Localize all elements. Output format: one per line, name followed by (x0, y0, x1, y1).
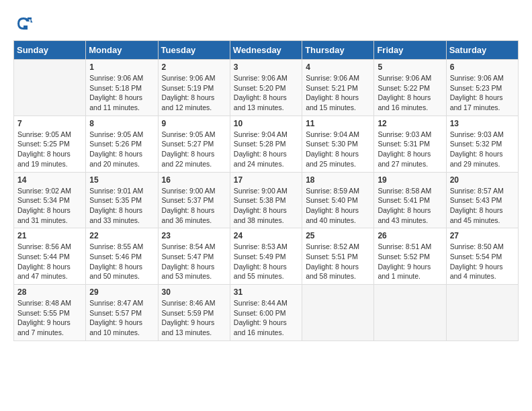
day-number: 1 (89, 62, 154, 72)
calendar-cell: 23Sunrise: 8:54 AMSunset: 5:47 PMDayligh… (158, 228, 230, 285)
day-detail: Sunrise: 8:50 AMSunset: 5:54 PMDaylight:… (450, 242, 515, 281)
calendar-cell: 24Sunrise: 8:53 AMSunset: 5:49 PMDayligh… (230, 228, 302, 285)
day-number: 18 (306, 175, 370, 185)
day-number: 5 (378, 62, 442, 72)
day-detail: Sunrise: 9:06 AMSunset: 5:23 PMDaylight:… (450, 73, 515, 113)
day-detail: Sunrise: 8:59 AMSunset: 5:40 PMDaylight:… (306, 186, 370, 226)
calendar-cell: 26Sunrise: 8:51 AMSunset: 5:52 PMDayligh… (374, 228, 446, 285)
day-number: 8 (89, 119, 154, 128)
calendar-cell: 29Sunrise: 8:47 AMSunset: 5:57 PMDayligh… (86, 285, 158, 341)
page-header (13, 13, 519, 34)
calendar-table: SundayMondayTuesdayWednesdayThursdayFrid… (13, 40, 519, 341)
day-detail: Sunrise: 9:03 AMSunset: 5:32 PMDaylight:… (450, 130, 515, 169)
day-detail: Sunrise: 8:47 AMSunset: 5:57 PMDaylight:… (89, 298, 154, 338)
calendar-cell: 27Sunrise: 8:50 AMSunset: 5:54 PMDayligh… (446, 228, 518, 285)
day-number: 24 (234, 231, 298, 240)
day-detail: Sunrise: 9:06 AMSunset: 5:20 PMDaylight:… (234, 73, 298, 113)
calendar-cell: 25Sunrise: 8:52 AMSunset: 5:51 PMDayligh… (302, 228, 374, 285)
logo-icon (13, 13, 34, 34)
calendar-cell: 7Sunrise: 9:05 AMSunset: 5:25 PMDaylight… (14, 116, 86, 172)
day-number: 22 (89, 231, 154, 240)
day-detail: Sunrise: 9:06 AMSunset: 5:22 PMDaylight:… (378, 73, 442, 113)
week-row-3: 21Sunrise: 8:56 AMSunset: 5:44 PMDayligh… (14, 228, 519, 285)
day-number: 25 (306, 231, 370, 240)
week-row-2: 14Sunrise: 9:02 AMSunset: 5:34 PMDayligh… (14, 172, 519, 228)
day-detail: Sunrise: 9:05 AMSunset: 5:26 PMDaylight:… (89, 130, 154, 169)
calendar-cell: 31Sunrise: 8:44 AMSunset: 6:00 PMDayligh… (230, 285, 302, 341)
day-detail: Sunrise: 9:05 AMSunset: 5:27 PMDaylight:… (162, 130, 226, 169)
calendar-cell: 19Sunrise: 8:58 AMSunset: 5:41 PMDayligh… (374, 172, 446, 228)
day-number: 27 (450, 231, 515, 240)
calendar-cell: 11Sunrise: 9:04 AMSunset: 5:30 PMDayligh… (302, 116, 374, 172)
calendar-cell: 13Sunrise: 9:03 AMSunset: 5:32 PMDayligh… (446, 116, 518, 172)
calendar-cell: 16Sunrise: 9:00 AMSunset: 5:37 PMDayligh… (158, 172, 230, 228)
day-number: 13 (450, 119, 515, 128)
day-detail: Sunrise: 8:54 AMSunset: 5:47 PMDaylight:… (162, 242, 226, 281)
header-cell-tuesday: Tuesday (158, 41, 230, 60)
header-cell-wednesday: Wednesday (230, 41, 302, 60)
calendar-cell (302, 285, 374, 341)
calendar-cell: 14Sunrise: 9:02 AMSunset: 5:34 PMDayligh… (14, 172, 86, 228)
day-number: 20 (450, 175, 515, 185)
day-detail: Sunrise: 9:05 AMSunset: 5:25 PMDaylight:… (17, 130, 82, 169)
day-detail: Sunrise: 8:53 AMSunset: 5:49 PMDaylight:… (234, 242, 298, 281)
calendar-cell: 1Sunrise: 9:06 AMSunset: 5:18 PMDaylight… (86, 60, 158, 116)
day-detail: Sunrise: 8:52 AMSunset: 5:51 PMDaylight:… (306, 242, 370, 281)
calendar-body: 1Sunrise: 9:06 AMSunset: 5:18 PMDaylight… (14, 60, 519, 341)
day-detail: Sunrise: 9:06 AMSunset: 5:18 PMDaylight:… (89, 73, 154, 113)
header-cell-thursday: Thursday (302, 41, 374, 60)
logo (13, 13, 36, 34)
day-number: 21 (17, 231, 82, 240)
calendar-cell: 5Sunrise: 9:06 AMSunset: 5:22 PMDaylight… (374, 60, 446, 116)
day-number: 15 (89, 175, 154, 185)
day-number: 23 (162, 231, 226, 240)
day-number: 7 (17, 119, 82, 128)
day-number: 16 (162, 175, 226, 185)
day-number: 4 (306, 62, 370, 72)
week-row-1: 7Sunrise: 9:05 AMSunset: 5:25 PMDaylight… (14, 116, 519, 172)
calendar-cell: 8Sunrise: 9:05 AMSunset: 5:26 PMDaylight… (86, 116, 158, 172)
calendar-cell: 6Sunrise: 9:06 AMSunset: 5:23 PMDaylight… (446, 60, 518, 116)
header-row: SundayMondayTuesdayWednesdayThursdayFrid… (14, 41, 519, 60)
calendar-cell: 22Sunrise: 8:55 AMSunset: 5:46 PMDayligh… (86, 228, 158, 285)
calendar-cell: 10Sunrise: 9:04 AMSunset: 5:28 PMDayligh… (230, 116, 302, 172)
day-detail: Sunrise: 8:48 AMSunset: 5:55 PMDaylight:… (17, 298, 82, 338)
day-detail: Sunrise: 9:02 AMSunset: 5:34 PMDaylight:… (17, 186, 82, 226)
day-number: 30 (162, 287, 226, 297)
day-detail: Sunrise: 8:44 AMSunset: 6:00 PMDaylight:… (234, 298, 298, 338)
calendar-cell: 21Sunrise: 8:56 AMSunset: 5:44 PMDayligh… (14, 228, 86, 285)
day-number: 29 (89, 287, 154, 297)
calendar-cell: 30Sunrise: 8:46 AMSunset: 5:59 PMDayligh… (158, 285, 230, 341)
day-number: 19 (378, 175, 442, 185)
header-cell-saturday: Saturday (446, 41, 518, 60)
week-row-0: 1Sunrise: 9:06 AMSunset: 5:18 PMDaylight… (14, 60, 519, 116)
day-detail: Sunrise: 8:56 AMSunset: 5:44 PMDaylight:… (17, 242, 82, 281)
day-number: 6 (450, 62, 515, 72)
day-detail: Sunrise: 9:00 AMSunset: 5:37 PMDaylight:… (162, 186, 226, 226)
day-detail: Sunrise: 9:00 AMSunset: 5:38 PMDaylight:… (234, 186, 298, 226)
day-detail: Sunrise: 8:55 AMSunset: 5:46 PMDaylight:… (89, 242, 154, 281)
calendar-cell: 4Sunrise: 9:06 AMSunset: 5:21 PMDaylight… (302, 60, 374, 116)
day-number: 28 (17, 287, 82, 297)
day-number: 12 (378, 119, 442, 128)
day-number: 11 (306, 119, 370, 128)
day-detail: Sunrise: 8:58 AMSunset: 5:41 PMDaylight:… (378, 186, 442, 226)
day-detail: Sunrise: 9:06 AMSunset: 5:19 PMDaylight:… (162, 73, 226, 113)
day-number: 14 (17, 175, 82, 185)
calendar-cell: 2Sunrise: 9:06 AMSunset: 5:19 PMDaylight… (158, 60, 230, 116)
calendar-cell: 28Sunrise: 8:48 AMSunset: 5:55 PMDayligh… (14, 285, 86, 341)
calendar-cell (374, 285, 446, 341)
day-number: 2 (162, 62, 226, 72)
day-detail: Sunrise: 9:06 AMSunset: 5:21 PMDaylight:… (306, 73, 370, 113)
day-detail: Sunrise: 9:01 AMSunset: 5:35 PMDaylight:… (89, 186, 154, 226)
day-detail: Sunrise: 9:04 AMSunset: 5:28 PMDaylight:… (234, 130, 298, 169)
calendar-cell: 9Sunrise: 9:05 AMSunset: 5:27 PMDaylight… (158, 116, 230, 172)
day-detail: Sunrise: 9:04 AMSunset: 5:30 PMDaylight:… (306, 130, 370, 169)
calendar-header: SundayMondayTuesdayWednesdayThursdayFrid… (14, 41, 519, 60)
calendar-cell: 12Sunrise: 9:03 AMSunset: 5:31 PMDayligh… (374, 116, 446, 172)
day-number: 17 (234, 175, 298, 185)
calendar-cell: 15Sunrise: 9:01 AMSunset: 5:35 PMDayligh… (86, 172, 158, 228)
day-detail: Sunrise: 9:03 AMSunset: 5:31 PMDaylight:… (378, 130, 442, 169)
calendar-cell (446, 285, 518, 341)
calendar-cell: 17Sunrise: 9:00 AMSunset: 5:38 PMDayligh… (230, 172, 302, 228)
